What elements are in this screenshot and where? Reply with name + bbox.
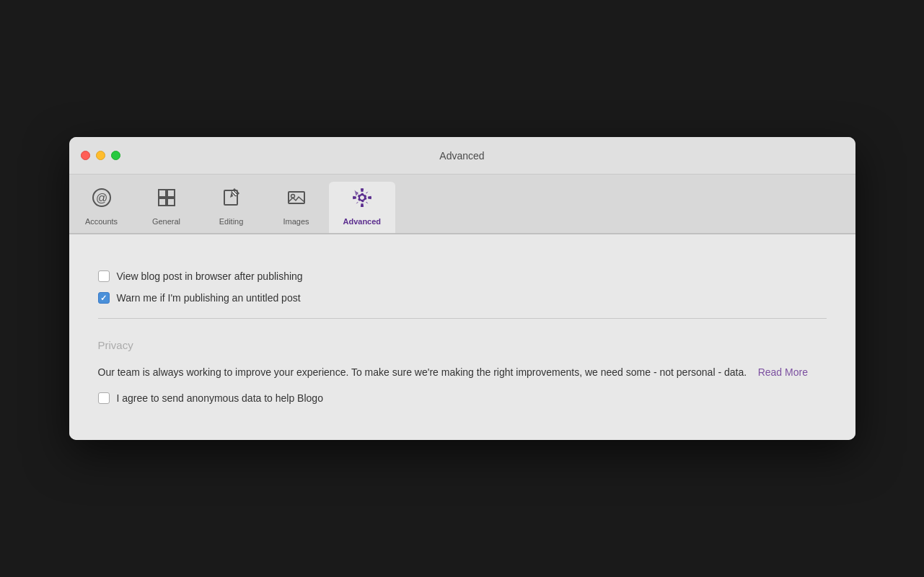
read-more-link[interactable]: Read More xyxy=(758,366,808,378)
window-controls xyxy=(81,151,120,160)
titlebar: Advanced xyxy=(69,137,855,175)
privacy-section: Privacy Our team is always working to im… xyxy=(98,319,827,418)
toolbar: @ Accounts General xyxy=(69,175,855,234)
anonymous-data-checkbox[interactable] xyxy=(98,392,110,404)
svg-rect-8 xyxy=(289,192,304,203)
tab-advanced-label: Advanced xyxy=(343,217,382,226)
svg-rect-3 xyxy=(167,190,175,197)
tab-images[interactable]: Images xyxy=(264,182,329,233)
warn-untitled-label: Warn me if I'm publishing an untitled po… xyxy=(117,292,301,304)
images-icon xyxy=(286,188,307,213)
anonymous-data-row: I agree to send anonymous data to help B… xyxy=(98,392,827,404)
tab-editing[interactable]: Editing xyxy=(199,182,264,233)
tab-accounts[interactable]: @ Accounts xyxy=(69,182,134,233)
app-window: Advanced @ Accounts General xyxy=(69,137,855,439)
svg-rect-4 xyxy=(159,198,166,206)
general-icon xyxy=(157,188,177,213)
svg-text:@: @ xyxy=(95,192,107,204)
view-after-publishing-row: View blog post in browser after publishi… xyxy=(98,270,827,282)
editing-icon xyxy=(221,188,242,213)
window-title: Advanced xyxy=(439,150,484,162)
anonymous-data-label: I agree to send anonymous data to help B… xyxy=(117,392,323,404)
minimize-button[interactable] xyxy=(96,151,105,160)
maximize-button[interactable] xyxy=(111,151,120,160)
tab-editing-label: Editing xyxy=(219,217,244,226)
tab-accounts-label: Accounts xyxy=(85,217,118,226)
svg-point-11 xyxy=(359,195,365,201)
privacy-heading: Privacy xyxy=(98,339,827,351)
svg-rect-2 xyxy=(159,190,166,197)
main-content: View blog post in browser after publishi… xyxy=(69,234,855,439)
tab-images-label: Images xyxy=(283,217,309,226)
warn-untitled-checkbox[interactable] xyxy=(98,292,110,304)
publishing-section: View blog post in browser after publishi… xyxy=(98,256,827,319)
tab-general-label: General xyxy=(152,217,180,226)
privacy-description: Our team is always working to improve yo… xyxy=(98,364,827,380)
advanced-icon xyxy=(352,188,372,213)
svg-rect-5 xyxy=(167,198,175,206)
warn-untitled-row: Warn me if I'm publishing an untitled po… xyxy=(98,292,827,304)
tab-advanced[interactable]: Advanced xyxy=(329,182,396,233)
accounts-icon: @ xyxy=(92,188,112,213)
close-button[interactable] xyxy=(81,151,90,160)
view-after-publishing-label: View blog post in browser after publishi… xyxy=(117,270,303,282)
tab-general[interactable]: General xyxy=(134,182,199,233)
view-after-publishing-checkbox[interactable] xyxy=(98,270,110,282)
